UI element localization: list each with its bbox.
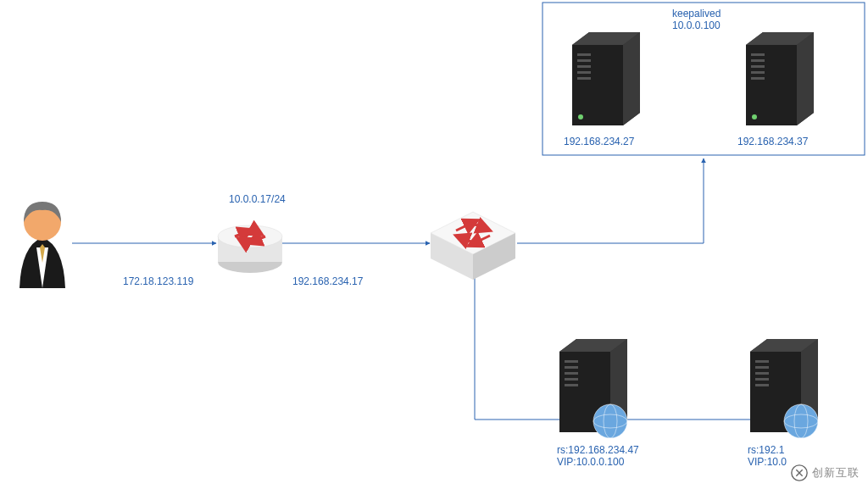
router-icon [218,225,282,273]
user-ip: 172.18.123.119 [123,275,193,287]
svg-rect-35 [755,372,769,375]
link-switch-keepalived [517,158,704,243]
svg-rect-37 [755,384,769,386]
watermark: 创新互联 [787,462,863,484]
keepalived-server-1-ip: 192.168.234.27 [564,136,634,147]
watermark-logo-icon [790,464,809,482]
router-top-ip: 10.0.0.17/24 [229,193,286,205]
svg-rect-21 [751,71,765,74]
svg-rect-18 [751,53,765,56]
svg-rect-36 [755,378,769,381]
svg-rect-28 [565,384,578,386]
switch-icon [431,212,515,280]
rs1-line1: rs:192.168.234.47 [557,444,639,456]
rs1-line2: VIP:10.0.0.100 [557,456,624,468]
svg-rect-24 [565,360,578,363]
keepalived-server-2-ip: 192.168.234.37 [737,136,808,147]
real-server-2-icon [750,339,818,438]
svg-rect-14 [577,65,591,68]
real-server-1-icon [559,339,627,438]
keepalived-vip: 10.0.0.100 [672,19,721,31]
svg-rect-15 [577,71,591,74]
router-right-ip: 192.168.234.17 [292,275,363,287]
svg-rect-27 [565,378,578,381]
rs2-line1: rs:192.1 [748,444,784,456]
svg-rect-13 [577,59,591,62]
watermark-text: 创新互联 [812,465,860,481]
user-icon [19,202,65,288]
svg-rect-34 [755,366,769,369]
svg-rect-20 [751,65,765,68]
keepalived-title: keepalived [672,8,721,19]
svg-rect-12 [577,53,591,56]
svg-rect-25 [565,366,578,369]
diagram-canvas [0,0,868,489]
rs2-line2: VIP:10.0 [748,456,787,468]
keepalived-server-1-icon [572,32,640,125]
svg-rect-33 [755,360,769,363]
svg-point-17 [578,114,583,119]
svg-point-23 [752,114,757,119]
svg-rect-19 [751,59,765,62]
svg-rect-22 [751,77,765,80]
keepalived-server-2-icon [746,32,814,125]
svg-rect-16 [577,77,591,80]
svg-rect-26 [565,372,578,375]
